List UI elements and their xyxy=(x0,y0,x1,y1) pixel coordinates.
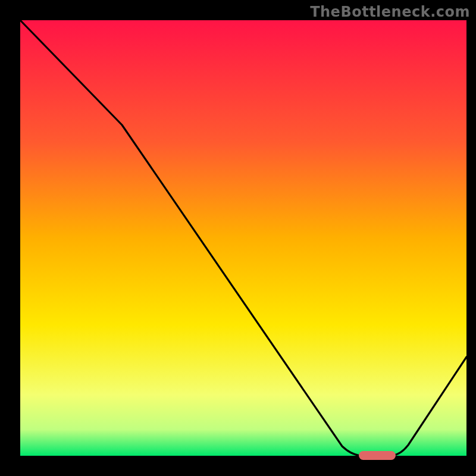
bottleneck-chart xyxy=(0,0,476,476)
optimum-marker xyxy=(359,451,396,460)
watermark-text: TheBottleneck.com xyxy=(310,4,470,20)
plot-area xyxy=(20,20,466,456)
chart-container: TheBottleneck.com xyxy=(0,0,476,476)
